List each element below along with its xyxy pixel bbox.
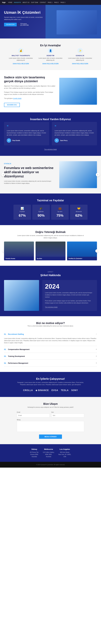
advantages-title: En İyi Avantajlar — [4, 44, 97, 47]
advantage-link-0[interactable]: DAHA FAZLA BİLGİ EDİN — [13, 63, 29, 64]
company-tag: Şirket — [4, 271, 97, 272]
advantage-text-1: Lorem ipsum dolor sit amet, consectetur … — [37, 57, 64, 61]
hero-buttons: DEVAM EDIN 📞 7/24 arayın (12) 345-6789 — [4, 23, 47, 26]
faq-number-1: 02. — [4, 348, 6, 350]
talent-section: Doğru Yeteneği Bulmak Lorem ipsum dolor … — [0, 225, 101, 266]
nav-contact[interactable]: CONTACT — [40, 2, 46, 3]
stats-label-1: Eğitimler — [35, 211, 47, 212]
solutions-link[interactable]: örneğin linkdir — [13, 98, 22, 99]
events-content: ETKİNLİK Forumlara ve web seminerlerine … — [4, 163, 55, 186]
company-info: 2024 Lorem ipsum dolor sit amet, consect… — [42, 280, 97, 311]
events-image — [59, 161, 97, 188]
faq-header-1[interactable]: 02. Compensation Management + — [4, 346, 97, 353]
faq-number-2: 03. — [4, 355, 6, 357]
contact-subtitle: Herhangi bir sorunuz veya endişeniz var … — [4, 406, 97, 408]
advantage-card-2: ✨ ESNEKLİK Lorem ipsum dolor sit amet, c… — [67, 48, 94, 65]
name-label: İsim — [51, 412, 84, 413]
company-section: Şirket Şirket Hakkında 2024 Lorem ipsum … — [0, 266, 101, 316]
advantages-grid: 💰 MALİYET TASARRUFU Lorem ipsum dolor si… — [4, 48, 97, 65]
faq-header-0[interactable]: 01. Recruitment Staffing − — [4, 331, 97, 338]
contact-form-row-1: Email İsim — [17, 412, 84, 418]
stats-value-0: 67% — [16, 214, 28, 218]
avatar-1: S — [54, 138, 59, 143]
company-title: Şirket Hakkında — [4, 274, 97, 277]
hero-cta-button[interactable]: DEVAM EDIN — [4, 23, 17, 26]
testimonial-text-1: Lorem ipsum dolor sit amet, consectetur … — [54, 130, 94, 136]
submit-button[interactable]: MESAJ GÖNDER — [39, 434, 62, 439]
office-addr-line-0-1: Victoria 3000, — [30, 454, 39, 456]
talent-subtitle: Lorem ipsum dolor sit amet, consectetur … — [17, 234, 84, 239]
company-text-2: Proin dictum: proin tristique augue at n… — [45, 300, 94, 304]
advantage-link-2[interactable]: DAHA FAZLA BİLGİ EDİN — [72, 63, 88, 64]
hero-content: Uzman İK Çözümleri Sample large text. Lo… — [4, 10, 47, 26]
faq-question-3: Performance Management — [8, 362, 28, 364]
events-title: Forumlara ve web seminerlerine aktif ola… — [4, 166, 55, 178]
testimonials-all-link[interactable]: Tüm görüşlere linkdir — [44, 149, 57, 150]
footer-copyright: © 2024 Uzman İK Çözümleri. All rights re… — [4, 464, 97, 466]
name-field[interactable] — [51, 414, 84, 418]
advantage-title-0: MALİYET TASARRUFU — [8, 55, 34, 56]
hero-image — [56, 10, 97, 34]
advantage-link-1[interactable]: DAHA FAZLA BİLGİ EDİN — [42, 63, 58, 64]
partner-logo-sony: SONY — [71, 389, 78, 392]
nav-home[interactable]: HOME — [8, 2, 12, 3]
solutions-link-wrap: Tüm görüşlere örneğin linkdir — [4, 98, 55, 100]
office-1: Melbourne 110 Collins Gallery, NSW 2000,… — [43, 448, 54, 458]
contact-message-group: Mesaj — [17, 419, 84, 432]
faq-item-3: 04. Performance Management + Lorem ipsum… — [4, 360, 97, 366]
nav-page2[interactable]: PAGE 2 — [54, 2, 59, 3]
stats-label-2: İşe alım — [54, 211, 66, 212]
faq-header-3[interactable]: 04. Performance Management + — [4, 360, 97, 366]
email-field[interactable] — [17, 414, 50, 418]
talent-card-0: Yönetici Arama — [4, 242, 34, 260]
contact-section: Bize Ulaşın Herhangi bir sorunuz veya en… — [0, 397, 101, 444]
testimonial-card-1: ❝ Lorem ipsum dolor sit amet, consectetu… — [52, 122, 97, 145]
faq-question-wrap-3: 04. Performance Management — [4, 362, 28, 364]
office-city-1: Melbourne — [43, 448, 54, 450]
advantage-icon-2: ✨ — [78, 48, 83, 54]
testimonial-text-0: Lorem ipsum dolor sit amet, consectetur … — [7, 130, 46, 136]
solutions-cta-button[interactable]: DEVAMINI OKU — [4, 103, 20, 107]
events-next-button[interactable]: › — [96, 173, 100, 176]
company-link[interactable]: Tüm görüşlere linkdir — [45, 306, 58, 308]
author-name-1: Sam Perry — [60, 140, 68, 141]
testimonials-section: İnsanlara Nasıl Yardım Ediyoruz ❝ Lorem … — [0, 112, 101, 156]
stat-card-3: 🤝 Mentorluk 62% — [70, 205, 88, 220]
stats-label-0: Faydalar — [16, 211, 28, 212]
nav-about[interactable]: ABOUT US — [22, 2, 29, 3]
nav-page1[interactable]: PAGE 1 — [48, 2, 52, 3]
logo: logo — [2, 2, 6, 3]
offices-section: Sidney 49 Primsa Tok, Victoria 3000, Aus… — [0, 444, 101, 462]
events-section: ‹ ETKİNLİK Forumlara ve web seminerlerin… — [0, 156, 101, 194]
hero-phone: 📞 7/24 arayın (12) 345-6789 — [18, 23, 29, 26]
solutions-text-1: Alignment: Proin tristique augue at nunc… — [4, 85, 55, 89]
nav-team[interactable]: OUR TEAM — [31, 2, 38, 3]
quote-icon-1: ❝ — [54, 124, 94, 128]
nav-page3[interactable]: PAGE 3 — [60, 2, 65, 3]
talent-carousel-wrapper: ‹ Yönetici Arama İşe Alım Yenilikçi İş Ç… — [4, 242, 97, 260]
stats-section: Tazminat ve Faydalar 📊 Faydalar 67% 🎓 Eğ… — [0, 194, 101, 225]
office-addr-line-1-2: Australia — [43, 456, 54, 458]
hero-section: Uzman İK Çözümleri Sample large text. Lo… — [0, 5, 101, 38]
advantage-card-1: 👤 DENEYİM Lorem ipsum dolor sit amet, co… — [37, 48, 64, 65]
office-0: Sidney 49 Primsa Tok, Victoria 3000, Aus… — [30, 448, 39, 458]
talent-next-button[interactable]: › — [95, 249, 98, 252]
faq-item-2: 03. Training Development + Lorem ipsum d… — [4, 353, 97, 360]
solutions-text: Sadece sizin için tasarlanmış gerçek dün… — [4, 76, 55, 107]
nav-anasayfa[interactable]: ANASAYFA — [14, 2, 21, 3]
partners-subtitle: Paragraph: Lorem ipsum dolor sit amet, c… — [17, 382, 84, 386]
solutions-section: Sadece sizin için tasarlanmış gerçek dün… — [0, 70, 101, 112]
faq-toggle-0: − — [96, 333, 97, 335]
stats-grid: 📊 Faydalar 67% 🎓 Eğitimler 90% 💼 İşe alı… — [4, 205, 97, 220]
offices-grid: Sidney 49 Primsa Tok, Victoria 3000, Aus… — [4, 448, 97, 458]
office-addr-line-0-0: 49 Primsa Tok, — [30, 451, 39, 454]
events-prev-button[interactable]: ‹ — [1, 173, 5, 176]
message-field[interactable] — [17, 421, 84, 432]
faq-header-2[interactable]: 03. Training Development + — [4, 353, 97, 360]
faq-question-0: Recruitment Staffing — [8, 333, 24, 335]
stats-icon-1: 🎓 — [35, 207, 47, 210]
advantage-title-2: ESNEKLİK — [67, 55, 94, 56]
faq-question-wrap-0: 01. Recruitment Staffing — [4, 333, 24, 335]
office-addr-line-2-2: USA — [58, 456, 71, 458]
stats-icon-3: 🤝 — [73, 207, 85, 210]
